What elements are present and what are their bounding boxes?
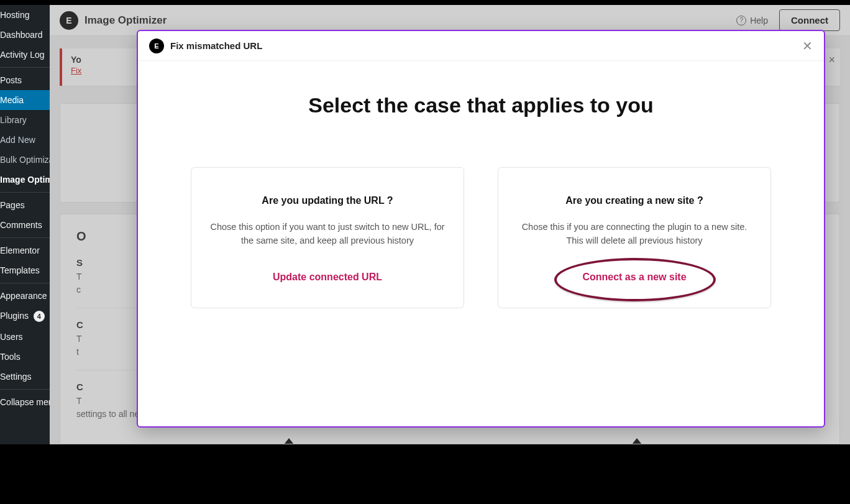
- sidebar-item-image-optimizer[interactable]: Image Optimizer: [0, 170, 50, 190]
- new-site-card: Are you creating a new site ? Chose this…: [498, 167, 771, 308]
- sidebar-item-plugins[interactable]: Plugins 4: [0, 306, 50, 327]
- sidebar-item-label: Plugins: [0, 311, 29, 321]
- admin-sidebar: Hosting Dashboard Activity Log Posts Med…: [0, 5, 50, 444]
- sidebar-item-appearance[interactable]: Appearance: [0, 286, 50, 306]
- card-question: Are you updating the URL ?: [209, 195, 446, 206]
- sidebar-item-library[interactable]: Library: [0, 110, 50, 130]
- sidebar-item-templates[interactable]: Templates: [0, 260, 50, 280]
- sidebar-item-users[interactable]: Users: [0, 327, 50, 347]
- card-description: Chose this option if you want to just sw…: [209, 220, 446, 248]
- sidebar-item-hosting[interactable]: Hosting: [0, 5, 50, 25]
- card-question: Are you creating a new site ?: [516, 195, 753, 206]
- card-description: Chose this if you are connecting the plu…: [516, 220, 753, 248]
- sidebar-item-bulk-optimization[interactable]: Bulk Optimization: [0, 150, 50, 170]
- plugins-count-badge: 4: [34, 311, 45, 322]
- sidebar-item-comments[interactable]: Comments: [0, 215, 50, 235]
- fix-url-modal: E Fix mismatched URL ✕ Select the case t…: [137, 30, 825, 428]
- sidebar-item-dashboard[interactable]: Dashboard: [0, 25, 50, 45]
- sidebar-item-posts[interactable]: Posts: [0, 70, 50, 90]
- modal-close-button[interactable]: ✕: [802, 40, 813, 52]
- sidebar-item-settings[interactable]: Settings: [0, 367, 50, 387]
- sidebar-item-collapse[interactable]: Collapse menu: [0, 392, 50, 412]
- connect-as-new-site-button[interactable]: Connect as a new site: [582, 272, 686, 283]
- sidebar-item-add-new[interactable]: Add New: [0, 130, 50, 150]
- update-url-card: Are you updating the URL ? Chose this op…: [191, 167, 464, 308]
- modal-heading: Select the case that applies to you: [163, 93, 799, 117]
- sidebar-item-pages[interactable]: Pages: [0, 195, 50, 215]
- modal-title: Fix mismatched URL: [170, 40, 262, 51]
- sidebar-item-elementor[interactable]: Elementor: [0, 241, 50, 260]
- sidebar-item-media[interactable]: Media: [0, 90, 50, 110]
- sidebar-item-activity-log[interactable]: Activity Log: [0, 45, 50, 65]
- sidebar-item-tools[interactable]: Tools: [0, 347, 50, 367]
- update-connected-url-button[interactable]: Update connected URL: [273, 272, 382, 283]
- modal-header: E Fix mismatched URL ✕: [138, 31, 824, 61]
- elementor-logo-icon: E: [149, 39, 164, 53]
